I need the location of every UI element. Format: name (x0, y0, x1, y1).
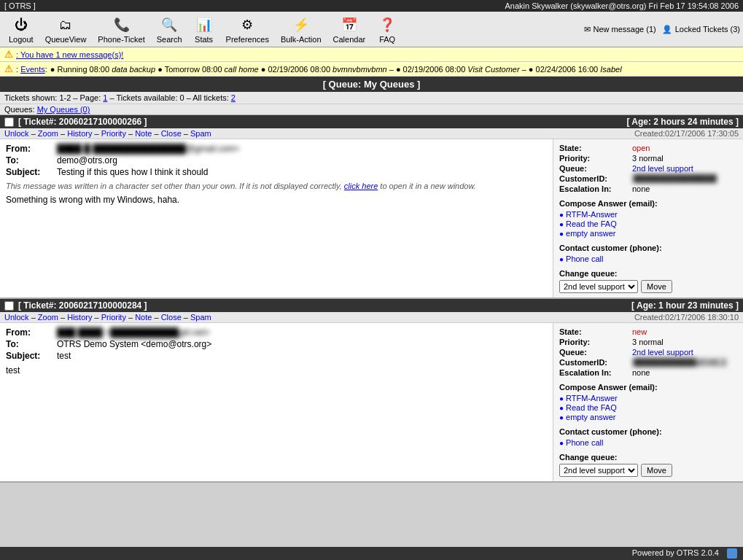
new-message-button[interactable]: ✉ New message (1) (584, 25, 656, 34)
toolbar-faq-label: FAQ (379, 35, 395, 44)
ticket-266-subject-row: Subject: Testing if this ques how I thin… (6, 167, 547, 177)
toolbar-stats[interactable]: 📊 Stats (188, 13, 220, 45)
rtfm-answer-link-2[interactable]: RTFM-Answer (566, 394, 618, 402)
ticket-266-priority[interactable]: Priority (101, 129, 126, 138)
calendar-icon: 📅 (339, 15, 359, 35)
ticket-284-priority: 3 normal (632, 338, 664, 346)
ticket-284-checkbox[interactable] (4, 301, 14, 311)
toolbar-phone-ticket-label: Phone-Ticket (98, 35, 144, 44)
ticket-284-close[interactable]: Close (161, 313, 182, 322)
rtfm-answer-link[interactable]: RTFM-Answer (566, 210, 618, 219)
subject-label-2: Subject: (6, 351, 57, 361)
customerid-row: CustomerID: ████████████████ (559, 174, 737, 183)
to-label: To: (6, 155, 57, 166)
ticket-284-queue: 2nd level support (632, 348, 693, 357)
click-here-link[interactable]: click here (344, 182, 378, 190)
ticket-266-content: Something is wrong with my Windows, haha… (6, 195, 547, 205)
ticket-266-customerid: ████████████████ (632, 174, 717, 183)
search-icon: 🔍 (159, 15, 179, 35)
notification-bar: ⚠ : You have 1 new message(s)! (0, 47, 743, 62)
phone-call-link[interactable]: Phone call (566, 254, 603, 263)
empty-answer-link-2[interactable]: empty answer (566, 413, 615, 421)
ticket-284-to: OTRS Demo System <demo@otrs.org> (57, 339, 211, 349)
compose-link-faq: ● Read the FAQ (559, 219, 737, 228)
all-tickets-link[interactable]: 2 (231, 93, 236, 102)
move-button[interactable]: Move (641, 280, 672, 293)
ticket-266-number: [ Ticket#: 20060217100000266 ] (18, 117, 147, 127)
ticket-266-meta: State: open Priority: 3 normal Queue: 2n… (553, 139, 743, 298)
toolbar-right: ✉ New message (1) 👤 Locked Tickets (3) (584, 25, 740, 34)
events-warning-icon: ⚠ (4, 63, 13, 74)
toolbar-calendar[interactable]: 📅 Calendar (327, 13, 372, 45)
my-queues-link[interactable]: My Queues (0) (37, 105, 90, 114)
queue-select[interactable]: 2nd level support 1st level support Junk (559, 280, 638, 293)
ticket-284-from: ███ ████ <███████████girl.net> (57, 327, 210, 338)
new-message-link[interactable]: : You have 1 new message(s)! (16, 50, 123, 59)
ticket-266-from: ████ █ ███████████████@gmail.com> (57, 144, 240, 154)
to-label-2: To: (6, 339, 57, 349)
toolbar-queueview[interactable]: 🗂 QueueView (39, 13, 93, 45)
ticket-284-from-row: From: ███ ████ <███████████girl.net> (6, 327, 547, 338)
ticket-266-spam[interactable]: Spam (190, 129, 211, 138)
page-link[interactable]: 1 (103, 93, 107, 102)
toolbar-search-label: Search (157, 35, 182, 44)
toolbar-preferences[interactable]: ⚙ Preferences (220, 13, 275, 45)
ticket-item: [ Ticket#: 20060217100000266 ] [ Age: 2 … (0, 115, 743, 299)
ticket-266-body: From: ████ █ ███████████████@gmail.com> … (0, 139, 743, 299)
toolbar-faq[interactable]: ❓ FAQ (371, 13, 403, 45)
toolbar-phone-ticket[interactable]: 📞 Phone-Ticket (92, 13, 150, 45)
escalation-row: Escalation In: none (559, 184, 737, 193)
state-row-2: State: new (559, 327, 737, 336)
ticket-284-history[interactable]: History (67, 313, 92, 322)
compose-answer-section: Compose Answer (email): ● RTFM-Answer ● … (559, 199, 737, 238)
read-faq-link-2[interactable]: Read the FAQ (566, 403, 617, 412)
queues-info: Queues: My Queues (0) (0, 104, 743, 115)
new-message-label: New message (1) (594, 25, 656, 34)
toolbar-search[interactable]: 🔍 Search (151, 13, 188, 45)
ticket-284-priority[interactable]: Priority (101, 313, 126, 322)
compose-link-empty: ● empty answer (559, 229, 737, 238)
ticket-284-zoom[interactable]: Zoom (38, 313, 58, 322)
compose-link-empty-2: ● empty answer (559, 413, 737, 421)
queue-select-2[interactable]: 2nd level support 1st level support Junk (559, 464, 638, 477)
ticket-284-escalation: none (632, 368, 650, 377)
compose-answer-section-2: Compose Answer (email): ● RTFM-Answer ● … (559, 383, 737, 421)
locked-tickets-label: Locked Tickets (3) (675, 25, 740, 34)
ticket-266-zoom[interactable]: Zoom (38, 129, 58, 138)
ticket-266-main: From: ████ █ ███████████████@gmail.com> … (0, 139, 553, 298)
ticket-284-subject-row: Subject: test (6, 351, 547, 361)
phone-call-link-row-2: ● Phone call (559, 438, 737, 447)
compose-link-rtfm-2: ● RTFM-Answer (559, 394, 737, 402)
ticket-266-note[interactable]: Note (135, 129, 152, 138)
toolbar-bulk-action[interactable]: ⚡ Bulk-Action (275, 13, 327, 45)
phone-call-link-2[interactable]: Phone call (566, 438, 603, 447)
from-label: From: (6, 144, 57, 154)
locked-tickets-icon: 👤 (662, 25, 672, 34)
ticket-266-checkbox[interactable] (4, 117, 14, 127)
queue-controls: 2nd level support 1st level support Junk… (559, 280, 737, 293)
toolbar-logout[interactable]: ⏻ Logout (3, 13, 39, 45)
compose-link-rtfm: ● RTFM-Answer (559, 210, 737, 219)
ticket-266-escalation: none (632, 184, 650, 193)
ticket-266-history[interactable]: History (67, 129, 92, 138)
ticket-266-header: [ Ticket#: 20060217100000266 ] [ Age: 2 … (0, 115, 743, 128)
app-name: [ OTRS ] (4, 1, 36, 10)
ticket-266-close[interactable]: Close (161, 129, 182, 138)
move-button-2[interactable]: Move (641, 464, 672, 477)
ticket-284-note[interactable]: Note (135, 313, 152, 322)
empty-answer-link[interactable]: empty answer (566, 229, 615, 238)
toolbar-calendar-label: Calendar (333, 35, 366, 44)
ticket-284-actions: Unlock – Zoom – History – Priority – Not… (0, 312, 743, 323)
ticket-266-message: This message was written in a character … (6, 182, 547, 190)
ticket-266-unlock[interactable]: Unlock (4, 129, 29, 138)
events-content: ● Running 08:00 data backup ● Tomorrow 0… (50, 65, 622, 74)
queue-header: [ Queue: My Queues ] (0, 77, 743, 92)
ticket-266-subject: Testing if this ques how I think it shou… (57, 167, 208, 177)
ticket-284-unlock[interactable]: Unlock (4, 313, 29, 322)
ticket-266-created: Created:02/17/2006 17:30:05 (634, 129, 739, 138)
ticket-284-spam[interactable]: Spam (190, 313, 211, 322)
read-faq-link[interactable]: Read the FAQ (566, 219, 617, 228)
queue-controls-2: 2nd level support 1st level support Junk… (559, 464, 737, 477)
ticket-284-content: test (6, 365, 547, 376)
locked-tickets-button[interactable]: 👤 Locked Tickets (3) (662, 25, 740, 34)
